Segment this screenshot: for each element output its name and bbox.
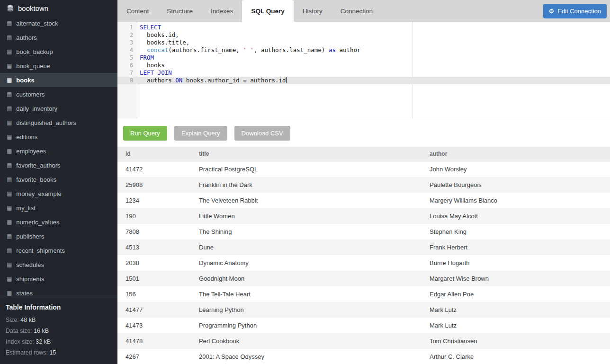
sidebar-item-favorite_authors[interactable]: ▦favorite_authors: [0, 158, 117, 172]
code-line: concat(authors.first_name, ' ', authors.…: [137, 46, 361, 54]
cell-id: 25908: [117, 177, 191, 193]
sidebar-item-alternate_stock[interactable]: ▦alternate_stock: [0, 16, 117, 30]
tab-indexes[interactable]: Indexes: [202, 0, 242, 22]
cell-title: The Tell-Tale Heart: [191, 286, 422, 302]
table-row[interactable]: 4513DuneFrank Herbert: [117, 240, 610, 255]
sidebar-item-editions[interactable]: ▦editions: [0, 130, 117, 144]
explain-query-button[interactable]: Explain Query: [174, 126, 227, 141]
sidebar-item-schedules[interactable]: ▦schedules: [0, 257, 117, 272]
table-icon: ▦: [7, 48, 12, 55]
sidebar-item-shipments[interactable]: ▦shipments: [0, 272, 117, 286]
table-row[interactable]: 190Little WomenLouisa May Alcott: [117, 208, 610, 224]
code-line: books: [137, 62, 165, 69]
tab-history[interactable]: History: [294, 0, 332, 22]
table-icon: ▦: [7, 261, 12, 268]
table-name: recent_shipments: [16, 247, 65, 254]
table-row[interactable]: 1501Goodnight MoonMargaret Wise Brown: [117, 271, 610, 286]
cell-id: 1501: [117, 271, 191, 286]
info-row-estimated-rows: Estimated rows: 15: [6, 349, 112, 356]
cell-id: 41472: [117, 161, 191, 178]
sidebar-item-customers[interactable]: ▦customers: [0, 87, 117, 101]
sidebar-item-book_queue[interactable]: ▦book_queue: [0, 59, 117, 73]
sql-editor[interactable]: 1 SELECT 2 books.id, 3 books.title, 4 co…: [117, 22, 610, 119]
sidebar-item-money_example[interactable]: ▦money_example: [0, 186, 117, 201]
cell-author: Mark Lutz: [422, 318, 610, 333]
run-query-button[interactable]: Run Query: [123, 126, 167, 141]
table-information-panel: Table Information Size: 48 kB Data size:…: [0, 298, 117, 364]
info-value: 32 kB: [36, 338, 51, 345]
table-icon: ▦: [7, 233, 12, 240]
line-number: 8: [117, 77, 137, 84]
sidebar-item-states[interactable]: ▦states: [0, 286, 117, 298]
sidebar-item-my_list[interactable]: ▦my_list: [0, 201, 117, 215]
line-number: 6: [117, 62, 137, 69]
table-icon: ▦: [7, 190, 12, 197]
edit-connection-button[interactable]: ⚙ Edit Connection: [543, 4, 607, 18]
info-label: Data size:: [6, 328, 32, 334]
table-icon: ▦: [7, 133, 12, 140]
sidebar-item-authors[interactable]: ▦authors: [0, 30, 117, 44]
sidebar-item-favorite_books[interactable]: ▦favorite_books: [0, 172, 117, 186]
line-number: 5: [117, 54, 137, 62]
table-name: customers: [16, 91, 45, 98]
table-icon: ▦: [7, 204, 12, 211]
table-row[interactable]: 7808The ShiningStephen King: [117, 224, 610, 240]
table-name: book_queue: [16, 62, 50, 70]
sidebar-item-publishers[interactable]: ▦publishers: [0, 229, 117, 243]
info-label: Index size:: [6, 338, 34, 345]
cell-author: Mark Lutz: [422, 302, 610, 318]
cell-author: Arthur C. Clarke: [422, 349, 610, 364]
sidebar-item-distinguished_authors[interactable]: ▦distinguished_authors: [0, 115, 117, 130]
tab-structure[interactable]: Structure: [158, 0, 202, 22]
tab-bar: Content Structure Indexes SQL Query Hist…: [117, 0, 610, 22]
sidebar-item-daily_inventory[interactable]: ▦daily_inventory: [0, 101, 117, 115]
info-label: Size:: [6, 317, 19, 323]
cell-title: Practical PostgreSQL: [191, 161, 422, 178]
cell-title: Programming Python: [191, 318, 422, 333]
table-name: editions: [16, 133, 37, 141]
results-area: id title author 41472Practical PostgreSQ…: [117, 147, 610, 364]
tabbar-spacer: [382, 0, 543, 22]
table-row[interactable]: 1234The Velveteen RabbitMargery Williams…: [117, 193, 610, 208]
edit-connection-label: Edit Connection: [557, 8, 601, 15]
cell-author: John Worsley: [422, 161, 610, 178]
column-header-author[interactable]: author: [422, 147, 610, 161]
sidebar-item-book_backup[interactable]: ▦book_backup: [0, 44, 117, 59]
cell-id: 190: [117, 208, 191, 224]
info-value: 16 kB: [34, 328, 49, 334]
table-list: ▦alternate_stock ▦authors ▦book_backup ▦…: [0, 16, 117, 298]
table-row[interactable]: 41472Practical PostgreSQLJohn Worsley: [117, 161, 610, 178]
column-header-id[interactable]: id: [117, 147, 191, 161]
tab-sql-query[interactable]: SQL Query: [242, 0, 293, 22]
text-cursor: [286, 77, 287, 83]
cell-title: 2001: A Space Odyssey: [191, 349, 422, 364]
table-information-title: Table Information: [6, 303, 112, 311]
column-header-title[interactable]: title: [191, 147, 422, 161]
table-icon: ▦: [7, 290, 12, 296]
database-header[interactable]: booktown: [0, 0, 117, 16]
table-name: money_example: [16, 190, 61, 197]
table-row[interactable]: 156The Tell-Tale HeartEdgar Allen Poe: [117, 286, 610, 302]
download-csv-button[interactable]: Download CSV: [234, 126, 290, 141]
sidebar-item-numeric_values[interactable]: ▦numeric_values: [0, 215, 117, 229]
cell-id: 2038: [117, 255, 191, 271]
sidebar-item-books[interactable]: ▦books: [0, 73, 117, 87]
table-row[interactable]: 2038Dynamic AnatomyBurne Hogarth: [117, 255, 610, 271]
cell-author: Margery Williams Bianco: [422, 193, 610, 208]
table-row[interactable]: 41477Learning PythonMark Lutz: [117, 302, 610, 318]
tab-connection[interactable]: Connection: [332, 0, 382, 22]
table-icon: ▦: [7, 176, 12, 183]
cell-title: The Velveteen Rabbit: [191, 193, 422, 208]
sidebar-item-employees[interactable]: ▦employees: [0, 144, 117, 158]
table-row[interactable]: 41478Perl CookbookTom Christiansen: [117, 333, 610, 349]
cell-author: Paulette Bourgeois: [422, 177, 610, 193]
table-row[interactable]: 41473Programming PythonMark Lutz: [117, 318, 610, 333]
table-row[interactable]: 25908Franklin in the DarkPaulette Bourge…: [117, 177, 610, 193]
tab-content[interactable]: Content: [117, 0, 158, 22]
info-row-data-size: Data size: 16 kB: [6, 328, 112, 334]
line-number: 2: [117, 31, 137, 39]
cell-title: Learning Python: [191, 302, 422, 318]
table-row[interactable]: 42672001: A Space OdysseyArthur C. Clark…: [117, 349, 610, 364]
line-number: 7: [117, 69, 137, 77]
sidebar-item-recent_shipments[interactable]: ▦recent_shipments: [0, 243, 117, 257]
